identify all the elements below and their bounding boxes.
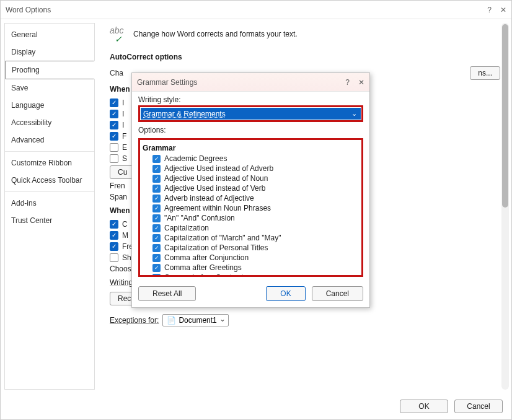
autocorrect-options-button[interactable]: ns... xyxy=(470,66,500,80)
option-label: Adjective Used instead of Adverb xyxy=(164,164,273,173)
sub-dialog-title: Grammar Settings xyxy=(137,78,345,87)
reset-all-button[interactable]: Reset All xyxy=(138,286,196,301)
grammar-option[interactable]: Capitalization xyxy=(143,223,359,233)
grammar-option[interactable]: Adjective Used instead of Noun xyxy=(143,173,359,183)
sidebar-item-display[interactable]: Display xyxy=(5,43,94,61)
grammar-option[interactable]: Adverb instead of Adjective xyxy=(143,193,359,203)
option-label: Academic Degrees xyxy=(164,154,227,163)
option-label: Adjective Used instead of Noun xyxy=(164,174,268,183)
option-label: Capitalization xyxy=(164,224,209,232)
sidebar-item-trust-center[interactable]: Trust Center xyxy=(5,212,94,229)
group-grammar: Grammar xyxy=(143,144,359,152)
cancel-button[interactable]: Cancel xyxy=(454,400,503,413)
sidebar-item-advanced[interactable]: Advanced xyxy=(5,131,94,149)
sub-close-button[interactable]: ✕ xyxy=(358,78,364,87)
option-label: Adjective Used instead of Verb xyxy=(164,184,265,193)
vertical-scrollbar[interactable] xyxy=(501,23,509,390)
option-label: Comma before Contrast xyxy=(164,273,244,275)
grammar-option[interactable]: Adjective Used instead of Verb xyxy=(143,183,359,193)
option-checkbox[interactable] xyxy=(152,214,161,222)
sidebar-item-general[interactable]: General xyxy=(5,26,94,43)
sidebar-item-accessibility[interactable]: Accessibility xyxy=(5,114,94,131)
sidebar-item-addins[interactable]: Add-ins xyxy=(5,195,94,212)
sidebar-item-proofing[interactable]: Proofing xyxy=(5,61,95,79)
dialog-title: Word Options xyxy=(6,6,487,14)
section-autocorrect: AutoCorrect options xyxy=(110,53,500,61)
help-button[interactable]: ? xyxy=(487,6,492,14)
sidebar-item-customize-ribbon[interactable]: Customize Ribbon xyxy=(5,154,94,172)
spanish-label: Span xyxy=(110,193,127,201)
option-label: Comma after Greetings xyxy=(164,263,242,272)
sidebar-item-save[interactable]: Save xyxy=(5,79,94,97)
option-checkbox[interactable] xyxy=(152,224,161,232)
grammar-option[interactable]: Agreement within Noun Phrases xyxy=(143,203,359,213)
sidebar-item-language[interactable]: Language xyxy=(5,97,94,114)
option-checkbox[interactable] xyxy=(152,204,161,212)
exceptions-label: Exceptions for: xyxy=(110,316,159,325)
sub-cancel-button[interactable]: Cancel xyxy=(312,286,363,301)
option-checkbox[interactable] xyxy=(152,234,161,242)
chevron-down-icon: ⌄ xyxy=(351,110,358,118)
sub-ok-button[interactable]: OK xyxy=(266,286,305,301)
sub-help-button[interactable]: ? xyxy=(345,78,350,87)
titlebar: Word Options ? ✕ xyxy=(1,1,511,19)
scrollbar-thumb[interactable] xyxy=(502,24,508,208)
options-label: Options: xyxy=(138,126,363,134)
option-checkbox[interactable] xyxy=(152,185,161,193)
grammar-option[interactable]: Capitalization of "March" and "May" xyxy=(143,233,359,243)
grammar-option[interactable]: Comma before Contrast xyxy=(143,273,359,275)
option-checkbox[interactable] xyxy=(152,165,161,173)
checkbox-readability[interactable] xyxy=(110,253,118,262)
grammar-option[interactable]: Capitalization of Personal Titles xyxy=(143,243,359,253)
sidebar-item-quick-access[interactable]: Quick Access Toolbar xyxy=(5,172,94,189)
option-label: Capitalization of Personal Titles xyxy=(164,243,268,252)
options-listbox[interactable]: Grammar Academic DegreesAdjective Used i… xyxy=(140,140,361,275)
proofing-icon: abc✓ xyxy=(110,25,127,43)
option-label: Capitalization of "March" and "May" xyxy=(164,234,281,242)
grammar-option[interactable]: "An" "And" Confusion xyxy=(143,213,359,223)
option-label: Adverb instead of Adjective xyxy=(164,194,254,203)
grammar-option[interactable]: Comma after Conjunction xyxy=(143,253,359,263)
sidebar: General Display Proofing Save Language A… xyxy=(4,23,95,390)
autocorrect-desc: Cha xyxy=(110,69,123,77)
option-checkbox[interactable] xyxy=(152,175,161,183)
sub-writing-style-label: Writing style: xyxy=(138,95,363,104)
checkbox-3[interactable] xyxy=(110,121,118,129)
highlight-writing-style: Grammar & Refinements ⌄ xyxy=(138,105,363,122)
highlight-options: Grammar Academic DegreesAdjective Used i… xyxy=(138,138,363,277)
header-text: Change how Word corrects and formats you… xyxy=(133,30,298,38)
checkbox-m[interactable] xyxy=(110,231,118,240)
option-checkbox[interactable] xyxy=(152,155,161,163)
option-label: "An" "And" Confusion xyxy=(164,214,235,222)
ok-button[interactable]: OK xyxy=(400,400,448,413)
grammar-option[interactable]: Adjective Used instead of Adverb xyxy=(143,164,359,173)
option-label: Comma after Conjunction xyxy=(164,253,249,262)
grammar-option[interactable]: Comma after Greetings xyxy=(143,263,359,273)
checkbox-4[interactable] xyxy=(110,132,118,141)
checkbox-c[interactable] xyxy=(110,220,118,229)
grammar-settings-dialog: Grammar Settings ? ✕ Writing style: Gram… xyxy=(131,72,370,308)
close-button[interactable]: ✕ xyxy=(500,6,506,14)
option-checkbox[interactable] xyxy=(152,244,161,252)
checkbox-freq-confused[interactable] xyxy=(110,242,118,251)
grammar-option[interactable]: Academic Degrees xyxy=(143,154,359,164)
option-label: Agreement within Noun Phrases xyxy=(164,204,271,212)
french-label: Fren xyxy=(110,182,125,190)
exceptions-select[interactable]: 📄Document1 xyxy=(162,314,228,326)
option-checkbox[interactable] xyxy=(152,195,161,203)
sub-titlebar: Grammar Settings ? ✕ xyxy=(132,73,369,92)
option-checkbox[interactable] xyxy=(152,274,161,276)
option-checkbox[interactable] xyxy=(152,264,161,272)
checkbox-2[interactable] xyxy=(110,110,118,118)
checkbox-1[interactable] xyxy=(110,98,118,107)
checkbox-5[interactable] xyxy=(110,143,118,152)
checkbox-6[interactable] xyxy=(110,154,118,163)
sub-writing-style-select[interactable]: Grammar & Refinements ⌄ xyxy=(141,108,361,120)
option-checkbox[interactable] xyxy=(152,254,161,262)
